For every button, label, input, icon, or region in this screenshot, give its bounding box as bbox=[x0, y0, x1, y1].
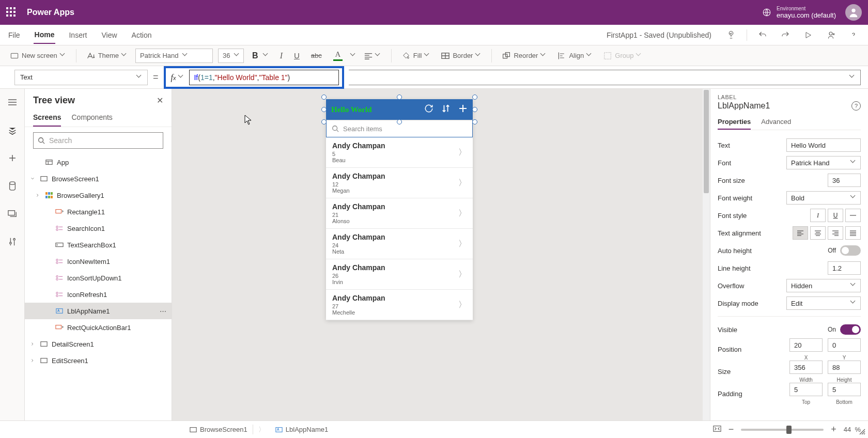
environment-picker[interactable]: Environment enayu.com (default) bbox=[762, 6, 836, 19]
prop-overflow-select[interactable]: Hidden bbox=[786, 279, 861, 292]
close-panel-icon[interactable]: ✕ bbox=[157, 96, 163, 105]
tab-components[interactable]: Components bbox=[71, 109, 112, 127]
tree-node-editscreen[interactable]: EditScreen1 bbox=[25, 352, 172, 369]
menu-home[interactable]: Home bbox=[34, 26, 56, 44]
tree-search-input[interactable]: Search bbox=[33, 132, 163, 149]
undo-icon[interactable] bbox=[755, 28, 770, 42]
tab-properties[interactable]: Properties bbox=[718, 115, 751, 130]
prop-pad-bottom-input[interactable]: 5 bbox=[828, 383, 861, 396]
strikethrough-button[interactable]: abc bbox=[308, 50, 325, 61]
reorder-button[interactable]: Reorder bbox=[499, 50, 549, 62]
tree-node-lblappname[interactable]: LblAppName1⋯ bbox=[25, 303, 172, 319]
tree-node-detailscreen[interactable]: DetailScreen1 bbox=[25, 336, 172, 352]
app-header[interactable]: Hello World bbox=[326, 99, 473, 120]
app-checker-icon[interactable] bbox=[724, 28, 738, 42]
align-right-toggle[interactable] bbox=[828, 226, 843, 240]
tree-node-rectangle11[interactable]: Rectangle11 bbox=[25, 204, 172, 220]
tree-node-searchicon[interactable]: SearchIcon1 bbox=[25, 220, 172, 237]
fit-to-screen-icon[interactable] bbox=[713, 425, 721, 434]
chevron-right-icon[interactable]: 〉 bbox=[458, 178, 467, 189]
rail-hamburger-icon[interactable] bbox=[4, 94, 21, 111]
tab-screens[interactable]: Screens bbox=[33, 109, 61, 127]
rail-data-icon[interactable] bbox=[4, 178, 21, 194]
prop-fontweight-select[interactable]: Bold bbox=[786, 191, 861, 205]
theme-button[interactable]: Theme bbox=[84, 50, 130, 61]
strike-toggle[interactable] bbox=[845, 209, 861, 222]
user-avatar[interactable] bbox=[845, 4, 862, 21]
prop-visible-toggle[interactable] bbox=[840, 324, 861, 335]
redo-icon[interactable] bbox=[778, 28, 793, 42]
canvas-scrollbar[interactable] bbox=[703, 89, 710, 420]
font-family-select[interactable]: Patrick Hand bbox=[135, 49, 213, 63]
border-button[interactable]: Border bbox=[438, 50, 484, 61]
tree-node-textsearchbox[interactable]: TextSearchBox1 bbox=[25, 237, 172, 253]
help-icon[interactable] bbox=[846, 28, 861, 42]
zoom-slider[interactable] bbox=[741, 429, 824, 431]
zoom-in-icon[interactable]: + bbox=[831, 424, 836, 435]
tree-node-iconrefresh[interactable]: IconRefresh1 bbox=[25, 286, 172, 303]
tree-node-iconnewitem[interactable]: IconNewItem1 bbox=[25, 253, 172, 270]
chevron-right-icon[interactable]: 〉 bbox=[458, 269, 467, 280]
share-icon[interactable] bbox=[824, 28, 838, 42]
new-screen-button[interactable]: New screen bbox=[7, 50, 69, 61]
prop-font-select[interactable]: Patrick Hand bbox=[786, 156, 861, 169]
play-icon[interactable] bbox=[801, 28, 815, 42]
tree-node-gallery[interactable]: BrowseGallery1 bbox=[25, 187, 172, 204]
gallery-item[interactable]: Andy Champan12Megan〉 bbox=[326, 168, 473, 198]
gallery-item[interactable]: Andy Champan27Mechelle〉 bbox=[326, 290, 473, 320]
fill-button[interactable]: Fill bbox=[399, 50, 433, 62]
align-center-toggle[interactable] bbox=[810, 226, 826, 240]
align-left-toggle[interactable] bbox=[793, 226, 808, 240]
prop-text-input[interactable]: Hello World bbox=[786, 138, 861, 152]
tree-node-app[interactable]: App bbox=[25, 154, 172, 170]
menu-action[interactable]: Action bbox=[131, 27, 153, 43]
menu-insert[interactable]: Insert bbox=[68, 27, 88, 43]
breadcrumb-control[interactable]: LblAppName1 bbox=[270, 425, 333, 434]
gallery-item[interactable]: Andy Champan24Neta〉 bbox=[326, 229, 473, 259]
font-color-button[interactable]: A bbox=[330, 48, 346, 63]
prop-autoheight-toggle[interactable] bbox=[840, 245, 861, 256]
zoom-out-icon[interactable]: − bbox=[729, 424, 734, 435]
prop-pos-x-input[interactable]: 20 bbox=[789, 338, 823, 352]
design-canvas[interactable]: Hello World Search items Andy Champan5Be… bbox=[172, 89, 710, 420]
app-launcher-icon[interactable] bbox=[6, 7, 17, 18]
more-icon[interactable]: ⋯ bbox=[160, 307, 167, 315]
chevron-right-icon[interactable]: 〉 bbox=[458, 147, 467, 158]
chevron-right-icon[interactable]: 〉 bbox=[458, 208, 467, 219]
prop-displaymode-select[interactable]: Edit bbox=[786, 296, 861, 310]
sort-icon[interactable] bbox=[442, 104, 450, 116]
app-header-label[interactable]: Hello World bbox=[331, 105, 371, 114]
refresh-icon[interactable] bbox=[424, 104, 433, 116]
rail-media-icon[interactable] bbox=[4, 206, 21, 222]
menu-file[interactable]: File bbox=[7, 27, 21, 43]
prop-pos-y-input[interactable]: 0 bbox=[828, 338, 861, 352]
font-size-select[interactable]: 36 bbox=[218, 49, 244, 63]
gallery-item[interactable]: Andy Champan5Beau〉 bbox=[326, 137, 473, 168]
italic-toggle[interactable]: I bbox=[810, 209, 826, 222]
prop-lineheight-input[interactable]: 1.2 bbox=[828, 261, 861, 275]
formula-input[interactable]: If(1=1, "Hello World", "Table 1") bbox=[189, 70, 339, 85]
add-icon[interactable] bbox=[458, 104, 468, 116]
tree-node-browsescreen[interactable]: BrowseScreen1 bbox=[25, 170, 172, 187]
rail-advanced-tools-icon[interactable] bbox=[4, 233, 21, 250]
align-justify-toggle[interactable] bbox=[845, 226, 861, 240]
prop-width-input[interactable]: 356 bbox=[789, 361, 823, 374]
tab-advanced[interactable]: Advanced bbox=[761, 115, 791, 130]
chevron-right-icon[interactable]: 〉 bbox=[458, 300, 467, 310]
app-search-input[interactable]: Search items bbox=[326, 120, 473, 137]
prop-height-input[interactable]: 88 bbox=[828, 361, 861, 374]
underline-button[interactable]: U bbox=[291, 49, 303, 62]
text-align-button[interactable] bbox=[361, 50, 384, 61]
formula-input-extended[interactable] bbox=[349, 70, 861, 85]
chevron-right-icon[interactable]: 〉 bbox=[458, 239, 467, 249]
underline-toggle[interactable]: U bbox=[828, 209, 843, 222]
rail-tree-view-icon[interactable] bbox=[4, 122, 21, 138]
tree-node-iconsortupdown[interactable]: IconSortUpDown1 bbox=[25, 270, 172, 286]
fx-expand-icon[interactable] bbox=[179, 75, 184, 80]
gallery-item[interactable]: Andy Champan21Alonso〉 bbox=[326, 198, 473, 229]
tree-node-rectquickaction[interactable]: RectQuickActionBar1 bbox=[25, 319, 172, 336]
property-select[interactable]: Text bbox=[14, 70, 148, 85]
align-button[interactable]: Align bbox=[554, 50, 595, 62]
breadcrumb-screen[interactable]: BrowseScreen1 bbox=[184, 425, 253, 434]
resize-grip-icon[interactable] bbox=[859, 428, 866, 437]
